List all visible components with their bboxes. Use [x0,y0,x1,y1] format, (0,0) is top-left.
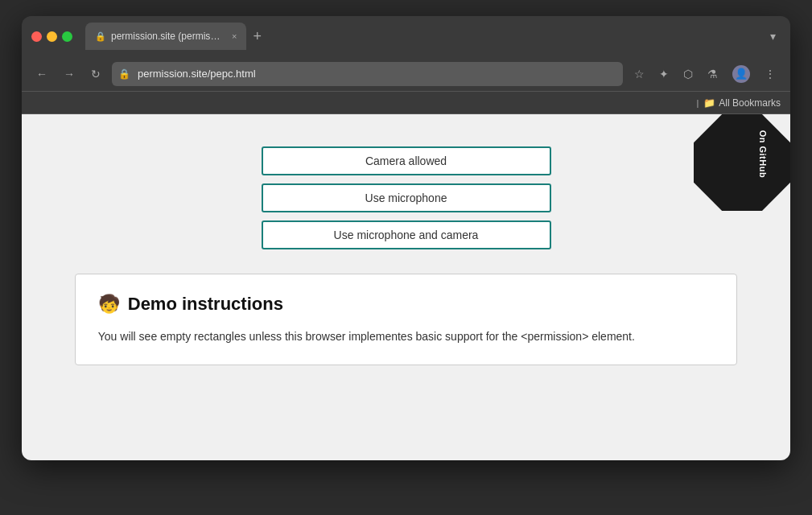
extensions-button[interactable]: ⬡ [678,64,698,84]
address-bar[interactable] [112,62,623,86]
camera-allowed-button[interactable]: Camera allowed [262,146,551,175]
traffic-lights [31,31,72,42]
lab-button[interactable]: ⚗ [703,64,723,84]
new-tab-button[interactable]: + [246,28,268,45]
browser-tab[interactable]: 🔒 permission.site (permission e × [85,23,246,50]
tab-site-icon: 🔒 [95,31,106,42]
star-button[interactable]: ☆ [629,64,649,84]
profile-button[interactable]: 👤 [728,62,755,86]
use-microphone-button[interactable]: Use microphone [262,183,551,212]
all-bookmarks-link[interactable]: 📁 All Bookmarks [703,97,781,109]
window-menu-button[interactable]: ▾ [765,27,781,46]
title-bar: 🔒 permission.site (permission e × + ▾ [22,16,790,56]
demo-emoji: 🧒 [98,294,120,315]
demo-header: 🧒 Demo instructions [98,294,715,315]
refresh-button[interactable]: ↻ [86,64,105,84]
page-content: On GitHub Camera allowed Use microphone … [22,114,790,460]
toolbar-actions: ☆ ✦ ⬡ ⚗ 👤 ⋮ [629,62,781,86]
bookmarks-label: All Bookmarks [719,97,781,109]
toolbar: ← → ↻ 🔒 ☆ ✦ ⬡ ⚗ 👤 ⋮ [22,56,790,92]
demo-title: Demo instructions [128,294,283,315]
tab-close-button[interactable]: × [232,31,237,41]
bookmarks-bar: | 📁 All Bookmarks [22,92,790,114]
browser-menu-button[interactable]: ⋮ [760,64,781,84]
demo-instructions-box: 🧒 Demo instructions You will see empty r… [75,274,738,365]
tab-bar: 🔒 permission.site (permission e × + [85,23,759,50]
use-microphone-camera-button[interactable]: Use microphone and camera [262,220,551,249]
browser-window: 🔒 permission.site (permission e × + ▾ ← … [22,16,790,460]
forward-button[interactable]: → [59,64,80,84]
demo-description: You will see empty rectangles unless thi… [98,328,715,345]
tab-title: permission.site (permission e [111,31,224,42]
address-bar-wrap: 🔒 [112,62,623,86]
gemini-button[interactable]: ✦ [654,64,674,84]
github-corner-label: On GitHub [694,114,790,211]
maximize-window-button[interactable] [62,31,72,42]
security-icon: 🔒 [118,68,130,80]
folder-icon: 📁 [703,97,715,109]
back-button[interactable]: ← [31,64,52,84]
minimize-window-button[interactable] [47,31,57,42]
permission-buttons-area: Camera allowed Use microphone Use microp… [38,146,774,249]
close-window-button[interactable] [31,31,42,42]
github-corner[interactable]: On GitHub [694,114,790,211]
